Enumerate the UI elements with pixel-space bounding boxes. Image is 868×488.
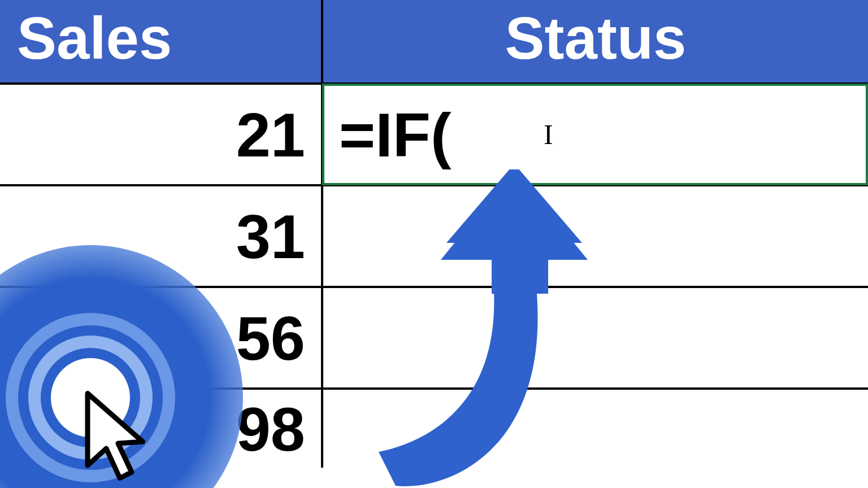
table-row: 21 =IF( I — [0, 84, 868, 185]
header-status: Status — [322, 0, 868, 84]
table-header-row: Sales Status — [0, 0, 868, 84]
target-click-icon — [6, 313, 175, 482]
cell-sales-1[interactable]: 21 — [0, 84, 322, 185]
cell-status-2[interactable] — [322, 185, 868, 287]
text-cursor-icon: I — [544, 118, 553, 151]
formula-text: =IF( — [339, 100, 452, 169]
header-sales: Sales — [0, 0, 322, 84]
cell-status-4[interactable] — [322, 389, 868, 468]
cell-status-3[interactable] — [322, 287, 868, 389]
cursor-arrow-icon — [79, 389, 164, 488]
cell-status-1-active[interactable]: =IF( I — [322, 84, 868, 185]
